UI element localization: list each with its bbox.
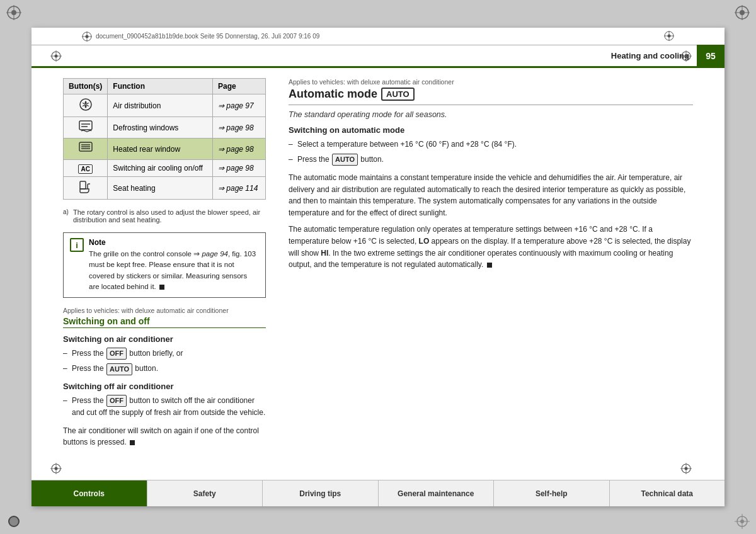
page-defrost: ⇒ page 98 <box>212 117 265 139</box>
auto-body-1: The automatic mode maintains a constant … <box>289 172 693 219</box>
note-box: i Note The grille on the control console… <box>63 232 266 298</box>
page-rear-heat: ⇒ page 98 <box>212 139 265 160</box>
off-key-2: OFF <box>106 395 127 407</box>
bullet-off-1: Press the OFF button to switch off the a… <box>63 395 266 419</box>
page-crosshair-br <box>680 463 692 476</box>
svg-point-8 <box>9 516 19 526</box>
table-row: Seat heating ⇒ page 114 <box>64 177 266 200</box>
footnote: a) The rotary control is also used to ad… <box>63 208 266 224</box>
table-row: AC Switching air cooling on/off ⇒ page 9… <box>64 160 266 177</box>
page-crosshair-tl <box>50 50 62 64</box>
nav-self-help[interactable]: Self-help <box>494 480 610 506</box>
footer-text: The air conditioner will switch on again… <box>63 425 266 448</box>
svg-rect-29 <box>80 181 86 189</box>
bottom-nav: Controls Safety Driving tips General mai… <box>32 480 724 506</box>
corner-decoration-tr <box>735 5 750 20</box>
nav-driving-tips[interactable]: Driving tips <box>263 480 379 506</box>
table-row: Defrosting windows ⇒ page 98 <box>64 117 266 139</box>
table-header-page: Page <box>212 79 265 94</box>
auto-body-2: The automatic temperature regulation onl… <box>289 224 693 270</box>
table-header-function: Function <box>108 79 213 94</box>
bullet-on-2: Press the AUTO button. <box>63 363 266 375</box>
corner-decoration-tl <box>6 5 21 20</box>
sub2-heading: Switching off air conditioner <box>63 382 266 391</box>
page-crosshair-bl <box>50 463 62 476</box>
auto-badge: AUTO <box>381 88 415 101</box>
auto-key-2: AUTO <box>332 154 358 166</box>
func-ac: Switching air cooling on/off <box>108 160 213 177</box>
doc-header: document_0900452a81b1b9de.book Seite 95 … <box>32 28 724 45</box>
icon-rear-heat <box>64 139 108 160</box>
nav-technical-data[interactable]: Technical data <box>610 480 725 506</box>
note-label: Note <box>89 238 259 247</box>
table-row: Air distribution ⇒ page 97 <box>64 94 266 117</box>
auto-bullet-1: Select a temperature between +16 °C (60 … <box>289 139 693 151</box>
auto-subtitle: The standard operating mode for all seas… <box>289 110 693 119</box>
nav-general-maintenance[interactable]: General maintenance <box>379 480 495 506</box>
auto-mode-heading: Automatic mode AUTO <box>289 88 693 101</box>
applies-label-right: Applies to vehicles: with deluxe automat… <box>289 78 693 86</box>
page-header-bar: Heating and cooling 95 <box>32 45 724 68</box>
page-number: 95 <box>697 45 724 67</box>
off-key-1: OFF <box>106 348 127 360</box>
section-divider <box>289 105 693 105</box>
note-icon: i <box>70 238 84 252</box>
doc-filename: document_0900452a81b1b9de.book Seite 95 … <box>96 33 319 40</box>
page-air-dist: ⇒ page 97 <box>212 94 265 117</box>
nav-controls[interactable]: Controls <box>32 480 147 506</box>
page-crosshair-tr <box>680 50 692 64</box>
svg-rect-22 <box>79 121 92 130</box>
note-text: The grille on the control console ⇒ page… <box>89 249 259 292</box>
corner-decoration-bl <box>6 514 21 529</box>
auto-bullet-2: Press the AUTO button. <box>289 154 693 166</box>
func-defrost: Defrosting windows <box>108 117 213 139</box>
func-seat: Seat heating <box>108 177 213 200</box>
auto-sub1-heading: Switching on automatic mode <box>289 125 693 135</box>
footnote-text: The rotary control is also used to adjus… <box>73 208 260 224</box>
table-header-buttons: Button(s) <box>64 79 108 94</box>
sub1-heading: Switching on air conditioner <box>63 334 266 344</box>
corner-decoration-br <box>735 514 750 529</box>
icon-defrost <box>64 117 108 139</box>
footnote-marker: a) <box>63 208 69 215</box>
page-ac: ⇒ page 98 <box>212 160 265 177</box>
icon-seat <box>64 177 108 200</box>
section-heading-left: Switching on and off <box>63 316 266 328</box>
table-row: Heated rear window ⇒ page 98 <box>64 139 266 160</box>
auto-mode-label: Automatic mode <box>289 88 377 101</box>
page-seat: ⇒ page 114 <box>212 177 265 200</box>
auto-key-1: AUTO <box>106 363 132 375</box>
icon-air-dist <box>64 94 108 117</box>
func-air-dist: Air distribution <box>108 94 213 117</box>
bullet-on-1: Press the OFF button briefly, or <box>63 348 266 360</box>
function-table: Button(s) Function Page Air distribution… <box>63 78 266 200</box>
applies-label-left: Applies to vehicles: with deluxe automat… <box>63 307 266 314</box>
icon-ac: AC <box>64 160 108 177</box>
func-rear-heat: Heated rear window <box>108 139 213 160</box>
nav-safety[interactable]: Safety <box>147 480 263 506</box>
